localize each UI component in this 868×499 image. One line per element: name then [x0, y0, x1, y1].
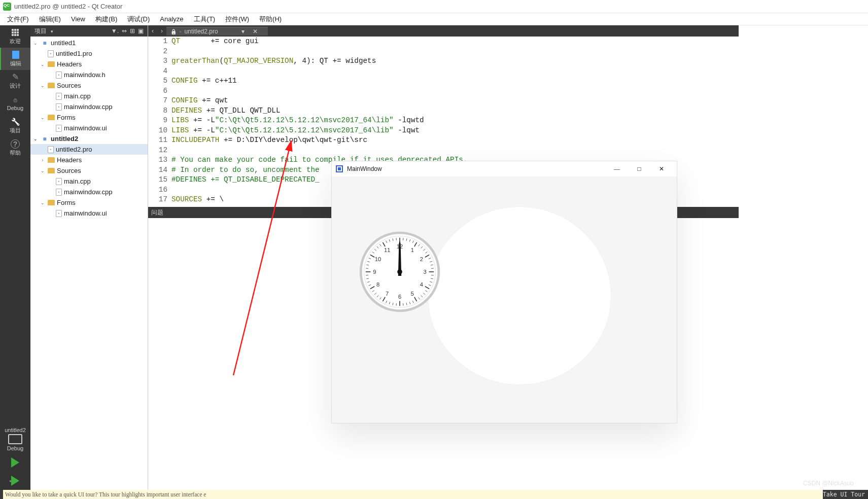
mode-help[interactable]: 帮助 [0, 137, 30, 159]
file-icon [48, 146, 54, 153]
tree-node-label: untitled1 [51, 39, 76, 47]
run-button[interactable] [0, 453, 30, 472]
menu-edit[interactable]: 编辑(E) [34, 14, 66, 25]
folder-icon [48, 200, 55, 205]
tree-node[interactable]: mainwindow.cpp [30, 101, 148, 112]
project-tree-pane: 项目 ▼. ⇔ ⊞ ▣ untitled1untitled1.proHeader… [30, 25, 148, 490]
close-tab-button[interactable]: ✕ [253, 28, 258, 35]
expand-toggle-icon[interactable] [40, 83, 46, 88]
tree-node[interactable]: mainwindow.h [30, 69, 148, 80]
add-split-icon[interactable]: ⊞ [130, 27, 135, 34]
tree-node[interactable]: Headers [30, 155, 148, 165]
tree-node[interactable]: main.cpp [30, 176, 148, 187]
mainwindow-app: MainWindow — □ ✕ 121234567891011 [332, 161, 677, 423]
folder-icon [48, 61, 55, 67]
file-icon [56, 125, 62, 132]
file-icon [56, 178, 62, 185]
play-icon [11, 457, 19, 468]
mode-projects[interactable]: 项目 [0, 115, 30, 137]
tree-node[interactable]: mainwindow.cpp [30, 187, 148, 197]
mode-debug[interactable]: Debug [0, 92, 30, 115]
tree-node[interactable]: Sources [30, 165, 148, 176]
svg-line-46 [366, 275, 368, 276]
tree-node[interactable]: untitled2 [30, 133, 148, 144]
svg-text:8: 8 [376, 281, 379, 288]
svg-line-18 [431, 275, 434, 276]
svg-line-61 [396, 238, 397, 240]
chevron-down-icon[interactable]: ▾ [241, 28, 245, 35]
analog-clock-widget: 121234567891011 [359, 231, 440, 312]
mode-label: 编辑 [10, 60, 21, 67]
tree-node[interactable]: Forms [30, 197, 148, 208]
menu-help[interactable]: 帮助(H) [254, 14, 287, 25]
project-selector-label[interactable]: 项目 [34, 27, 47, 35]
mode-welcome[interactable]: 欢迎 [0, 25, 30, 48]
expand-toggle-icon[interactable] [40, 200, 46, 205]
menu-file[interactable]: 文件(F) [2, 14, 34, 25]
window-titlebar: untitled2.pro @ untitled2 - Qt Creator [0, 0, 868, 13]
editor-tab[interactable]: untitled2.pro ▾ ✕ [166, 27, 268, 35]
menu-view[interactable]: View [66, 14, 90, 24]
tree-node-label: main.cpp [64, 92, 91, 100]
svg-text:2: 2 [420, 256, 423, 262]
file-icon [180, 28, 182, 35]
mode-design[interactable]: 设计 [0, 70, 30, 92]
window-title: untitled2.pro @ untitled2 - Qt Creator [14, 3, 122, 10]
issues-label[interactable]: 问题 [151, 208, 163, 217]
menu-debug[interactable]: 调试(D) [122, 14, 155, 25]
expand-toggle-icon[interactable] [32, 136, 39, 141]
tree-node[interactable]: Headers [30, 59, 148, 69]
menu-tools[interactable]: 工具(T) [189, 14, 221, 25]
pencil-icon [11, 73, 20, 81]
tree-node[interactable]: main.cpp [30, 91, 148, 101]
folder-icon [48, 115, 55, 120]
link-icon[interactable]: ⇔ [122, 27, 127, 34]
menu-widgets[interactable]: 控件(W) [220, 14, 254, 25]
tree-node[interactable]: untitled1.pro [30, 48, 148, 59]
mainwindow-titlebar[interactable]: MainWindow — □ ✕ [332, 161, 677, 176]
nav-fwd-button[interactable]: › [157, 27, 166, 34]
project-tree[interactable]: untitled1untitled1.proHeadersmainwindow.… [30, 37, 148, 490]
file-icon [56, 103, 62, 111]
tree-node-label: Sources [57, 82, 81, 89]
minimize-button[interactable]: — [606, 161, 628, 176]
svg-text:6: 6 [398, 294, 401, 300]
line-number-gutter: 1234567891011121314151617 [148, 37, 170, 207]
tree-node[interactable]: mainwindow.ui [30, 123, 148, 133]
bug-icon [11, 96, 20, 104]
expand-toggle-icon[interactable] [40, 158, 46, 163]
expand-toggle-icon[interactable] [40, 62, 46, 67]
file-icon [56, 189, 62, 196]
menu-build[interactable]: 构建(B) [90, 14, 122, 25]
folder-icon [48, 168, 55, 173]
run-target-project: untitled2 [5, 427, 26, 433]
mode-label: Debug [7, 105, 23, 111]
tree-node[interactable]: mainwindow.ui [30, 208, 148, 219]
tree-node-label: mainwindow.ui [64, 124, 107, 132]
expand-toggle-icon[interactable] [32, 41, 39, 46]
folder-icon [48, 83, 55, 88]
tree-node[interactable]: Forms [30, 112, 148, 123]
editor-tab-label: untitled2.pro [185, 28, 218, 35]
document-icon [11, 51, 20, 59]
chevron-down-icon[interactable] [50, 27, 53, 34]
file-icon [48, 50, 54, 57]
mode-edit[interactable]: 编辑 [0, 48, 30, 70]
tree-node[interactable]: untitled2.pro [30, 144, 148, 155]
expand-toggle-icon[interactable] [40, 168, 46, 173]
svg-text:11: 11 [384, 247, 390, 253]
filter-icon[interactable]: ▼. [111, 27, 119, 34]
expand-toggle-icon[interactable] [40, 115, 46, 120]
take-ui-tour-link[interactable]: Take UI Tour [823, 491, 865, 498]
app-icon [336, 165, 343, 172]
menu-analyze[interactable]: Analyze [155, 14, 188, 24]
tree-node[interactable]: Sources [30, 80, 148, 91]
maximize-button[interactable]: □ [628, 161, 650, 176]
close-button[interactable]: ✕ [650, 161, 673, 176]
statusbar: Would you like to take a quick UI tour? … [0, 490, 868, 499]
run-debug-button[interactable] [0, 472, 30, 490]
run-target-chooser[interactable]: untitled2 Debug [5, 425, 26, 453]
tree-node[interactable]: untitled1 [30, 38, 148, 48]
nav-back-button[interactable]: ‹ [148, 27, 157, 34]
close-split-icon[interactable]: ▣ [138, 27, 144, 34]
